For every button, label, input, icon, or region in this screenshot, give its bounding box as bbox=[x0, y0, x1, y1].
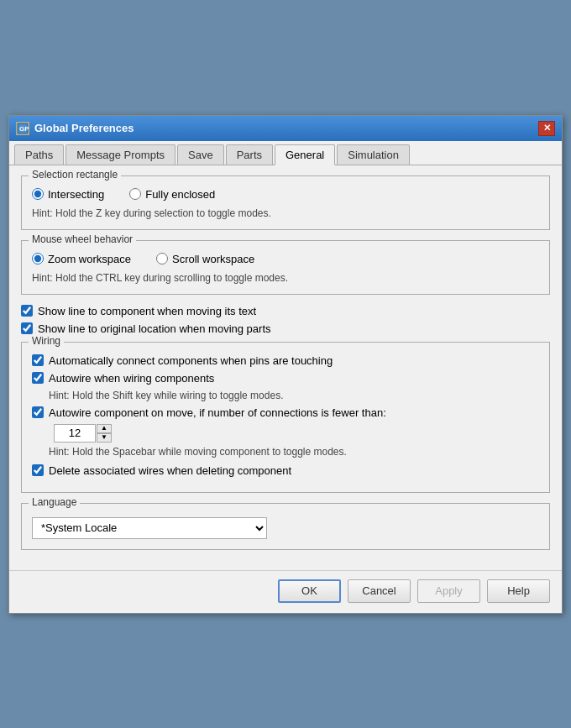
autowire-move-label: Autowire component on move, if number of… bbox=[49, 406, 386, 419]
tab-bar: Paths Message Prompts Save Parts General… bbox=[9, 141, 562, 165]
autowire-spinbox[interactable] bbox=[54, 424, 96, 443]
wiring-group: Wiring Automatically connect components … bbox=[21, 342, 550, 493]
spin-down-button[interactable]: ▼ bbox=[97, 433, 112, 443]
wiring-group-label: Wiring bbox=[29, 335, 64, 347]
intersecting-option[interactable]: Intersecting bbox=[32, 188, 104, 201]
standalone-checks: Show line to component when moving its t… bbox=[21, 305, 550, 335]
cancel-button[interactable]: Cancel bbox=[348, 579, 411, 603]
window-title: Global Preferences bbox=[34, 122, 134, 134]
title-bar: GP Global Preferences ✕ bbox=[9, 116, 562, 141]
autowire-checkbox[interactable] bbox=[32, 372, 44, 384]
autowire-label: Autowire when wiring components bbox=[49, 372, 214, 385]
language-select[interactable]: *System Locale English French German Spa… bbox=[32, 517, 267, 539]
show-line-location-row: Show line to original location when movi… bbox=[21, 322, 550, 335]
mouse-wheel-label: Mouse wheel behavior bbox=[29, 233, 136, 245]
spinbox-container: ▲ ▼ bbox=[54, 424, 539, 443]
spinbox-buttons: ▲ ▼ bbox=[97, 424, 112, 443]
mouse-wheel-radio-row: Zoom workspace Scroll workspace bbox=[32, 253, 539, 265]
show-line-component-checkbox[interactable] bbox=[21, 305, 33, 317]
language-group-label: Language bbox=[29, 496, 80, 508]
zoom-workspace-radio[interactable] bbox=[32, 253, 44, 264]
language-group: Language *System Locale English French G… bbox=[21, 503, 550, 550]
delete-wires-label: Delete associated wires when deleting co… bbox=[49, 464, 291, 477]
tab-parts[interactable]: Parts bbox=[226, 144, 273, 165]
intersecting-radio[interactable] bbox=[32, 188, 44, 200]
mouse-wheel-group: Mouse wheel behavior Zoom workspace Scro… bbox=[21, 240, 550, 295]
show-line-location-label: Show line to original location when movi… bbox=[38, 322, 271, 335]
spin-up-button[interactable]: ▲ bbox=[97, 424, 112, 433]
tab-save[interactable]: Save bbox=[177, 144, 224, 165]
scroll-workspace-option[interactable]: Scroll workspace bbox=[156, 253, 254, 265]
delete-wires-checkbox[interactable] bbox=[32, 464, 44, 476]
help-button[interactable]: Help bbox=[487, 579, 550, 603]
autowire-move-row: Autowire component on move, if number of… bbox=[32, 406, 539, 419]
ok-button[interactable]: OK bbox=[278, 579, 341, 603]
tab-paths[interactable]: Paths bbox=[14, 144, 64, 165]
autowire-move-hint: Hint: Hold the Spacebar while moving com… bbox=[49, 446, 539, 458]
show-line-component-label: Show line to component when moving its t… bbox=[38, 305, 256, 317]
app-icon: GP bbox=[16, 122, 29, 135]
fully-enclosed-label: Fully enclosed bbox=[145, 188, 215, 201]
fully-enclosed-option[interactable]: Fully enclosed bbox=[129, 188, 215, 201]
auto-connect-label: Automatically connect components when pi… bbox=[49, 354, 333, 367]
auto-connect-row: Automatically connect components when pi… bbox=[32, 354, 539, 367]
autowire-hint: Hint: Hold the Shift key while wiring to… bbox=[49, 390, 539, 401]
intersecting-label: Intersecting bbox=[48, 188, 104, 201]
selection-hint: Hint: Hold the Z key during selection to… bbox=[32, 207, 539, 219]
main-window: GP Global Preferences ✕ Paths Message Pr… bbox=[8, 115, 563, 614]
zoom-workspace-option[interactable]: Zoom workspace bbox=[32, 253, 131, 265]
tab-message-prompts[interactable]: Message Prompts bbox=[65, 144, 175, 165]
svg-text:GP: GP bbox=[19, 125, 29, 133]
scroll-workspace-label: Scroll workspace bbox=[172, 253, 254, 265]
scroll-workspace-radio[interactable] bbox=[156, 253, 168, 264]
fully-enclosed-radio[interactable] bbox=[129, 188, 141, 200]
autowire-move-checkbox[interactable] bbox=[32, 406, 44, 418]
show-line-location-checkbox[interactable] bbox=[21, 322, 33, 334]
close-button[interactable]: ✕ bbox=[538, 121, 555, 136]
show-line-component-row: Show line to component when moving its t… bbox=[21, 305, 550, 317]
apply-button[interactable]: Apply bbox=[417, 579, 480, 603]
autowire-row: Autowire when wiring components bbox=[32, 372, 539, 385]
tab-general[interactable]: General bbox=[275, 144, 335, 165]
title-bar-left: GP Global Preferences bbox=[16, 122, 134, 135]
button-bar: OK Cancel Apply Help bbox=[9, 570, 562, 613]
selection-rectangle-label: Selection rectangle bbox=[29, 169, 121, 181]
tab-content: Selection rectangle Intersecting Fully e… bbox=[9, 165, 562, 570]
zoom-workspace-label: Zoom workspace bbox=[48, 253, 131, 265]
tab-simulation[interactable]: Simulation bbox=[337, 144, 410, 165]
selection-rectangle-group: Selection rectangle Intersecting Fully e… bbox=[21, 175, 550, 230]
selection-radio-row: Intersecting Fully enclosed bbox=[32, 188, 539, 201]
mouse-wheel-hint: Hint: Hold the CTRL key during scrolling… bbox=[32, 272, 539, 284]
delete-wires-row: Delete associated wires when deleting co… bbox=[32, 464, 539, 477]
auto-connect-checkbox[interactable] bbox=[32, 354, 44, 366]
